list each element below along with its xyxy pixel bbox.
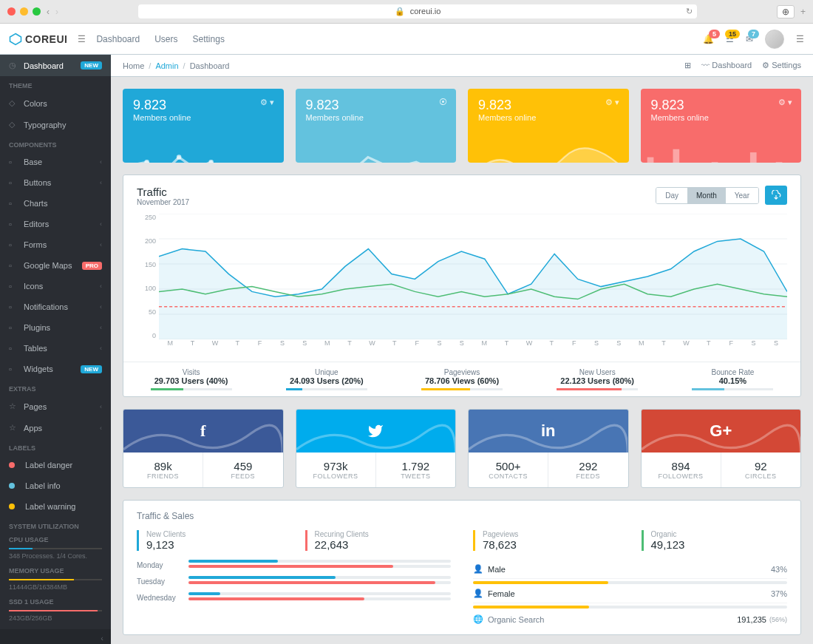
social-card-0: f 89kFRIENDS 459FEEDS — [123, 409, 284, 488]
sidebar-minimizer[interactable]: ‹ — [0, 629, 111, 644]
new-tab-button[interactable]: + — [800, 7, 806, 17]
download-button[interactable] — [765, 186, 787, 205]
source-pct: (56%) — [769, 616, 787, 623]
sidebar-item-tables[interactable]: ▫Tables‹ — [0, 338, 111, 359]
sidebar-item-apps[interactable]: ☆Apps‹ — [0, 417, 111, 438]
sales-stat-new-clients: New Clients9,123 — [137, 530, 283, 551]
stat-menu-icon[interactable]: ⚙ ▾ — [605, 98, 619, 107]
stat-value: 9.823 — [306, 98, 446, 113]
period-year[interactable]: Year — [726, 188, 758, 203]
breadcrumb-action-speed[interactable]: ⊞ — [684, 61, 691, 70]
nav-dashboard[interactable]: Dashboard — [96, 34, 140, 44]
sidebar-label-label-danger[interactable]: Label danger — [0, 455, 111, 475]
notifications-icon[interactable]: 🔔5 — [703, 34, 714, 44]
sidebar-item-typography[interactable]: ◇Typography — [0, 114, 111, 135]
sidebar-item-notifications[interactable]: ▫Notifications‹ — [0, 296, 111, 317]
stat-menu-icon[interactable]: ⦿ — [439, 98, 447, 106]
social-card-2: in 500+CONTACTS 292FEEDS — [468, 409, 629, 488]
sidebar-item-base[interactable]: ▫Base‹ — [0, 152, 111, 172]
traffic-footer-visits: Visits29.703 Users (40%) — [123, 362, 259, 396]
sidebar-section-labels: LABELS — [0, 438, 111, 455]
url-bar[interactable]: 🔒 coreui.io ↻ — [138, 4, 697, 18]
breadcrumb-home[interactable]: Home — [123, 61, 144, 70]
sidebar: ◷ Dashboard NEW THEME ◇Colors◇Typography… — [0, 55, 111, 644]
nav-settings[interactable]: Settings — [193, 34, 225, 44]
globe-icon: 🌐 — [473, 614, 488, 624]
sidebar-item-icons[interactable]: ▫Icons‹ — [0, 276, 111, 296]
sidebar-item-charts[interactable]: ▫Charts — [0, 193, 111, 214]
stat-cards-row: 9.823 Members online ⚙ ▾ 9.823 Members o… — [123, 89, 801, 163]
traffic-card: Traffic November 2017 DayMonthYear 25020… — [123, 174, 801, 397]
svg-marker-0 — [10, 33, 21, 44]
breadcrumb-action-settings[interactable]: ⚙ Settings — [762, 61, 801, 70]
sidebar-item-widgets[interactable]: ▫WidgetsNEW — [0, 359, 111, 379]
sidebar-item-dashboard[interactable]: ◷ Dashboard NEW — [0, 55, 111, 76]
gender-row-female: 👤Female37% — [473, 584, 787, 609]
close-window-icon[interactable] — [7, 7, 16, 16]
svg-rect-11 — [647, 157, 653, 163]
day-row-monday: Monday — [137, 560, 451, 570]
header-right: 🔔5 ☲15 ✉7 ☰ — [703, 30, 804, 49]
day-row-tuesday: Tuesday — [137, 576, 451, 586]
speedometer-icon: ◷ — [9, 61, 18, 70]
sparkline — [123, 133, 284, 163]
back-button[interactable]: ‹ — [47, 7, 50, 17]
avatar[interactable] — [765, 30, 784, 49]
url-text: coreui.io — [410, 7, 441, 16]
messages-icon[interactable]: ✉7 — [746, 34, 753, 44]
traffic-footer-new-users: New Users22.123 Users (80%) — [530, 362, 665, 396]
sidebar-section-extras: EXTRAS — [0, 379, 111, 396]
svg-rect-21 — [775, 162, 782, 163]
stat-value: 9.823 — [651, 98, 792, 113]
tasks-icon[interactable]: ☲15 — [726, 34, 734, 44]
stat-card-1: 9.823 Members online ⦿ — [296, 89, 457, 163]
social-icon: G+ — [710, 421, 732, 441]
svg-point-6 — [208, 160, 214, 163]
sidebar-item-plugins[interactable]: ▫Plugins‹ — [0, 317, 111, 338]
browser-chrome: ‹ › 🔒 coreui.io ↻ ⊕ + — [0, 0, 813, 24]
stat-menu-icon[interactable]: ⚙ ▾ — [260, 98, 274, 107]
svg-point-2 — [144, 160, 149, 163]
sales-stat-pageviews: Pageviews78,623 — [473, 530, 619, 551]
maximize-window-icon[interactable] — [33, 7, 41, 16]
traffic-subtitle: November 2017 — [137, 198, 189, 206]
period-month[interactable]: Month — [687, 188, 726, 203]
stat-value: 9.823 — [478, 98, 619, 113]
sales-stat-recuring-clients: Recuring Clients22,643 — [305, 530, 452, 551]
stat-menu-icon[interactable]: ⚙ ▾ — [778, 98, 792, 107]
sidebar-item-google-maps[interactable]: ▫Google MapsPRO — [0, 255, 111, 276]
reader-button[interactable]: ⊕ — [777, 5, 795, 18]
brand-text: COREUI — [25, 33, 67, 45]
period-day[interactable]: Day — [656, 188, 687, 203]
stat-card-2: 9.823 Members online ⚙ ▾ — [468, 89, 629, 163]
reload-icon[interactable]: ↻ — [686, 7, 693, 16]
cloud-download-icon — [771, 190, 781, 200]
sparkline — [641, 133, 802, 163]
stat-label: Members online — [478, 113, 619, 122]
day-row-wednesday: Wednesday — [137, 592, 451, 603]
sidebar-item-buttons[interactable]: ▫Buttons‹ — [0, 172, 111, 193]
breadcrumb-admin[interactable]: Admin — [155, 61, 178, 70]
breadcrumb-current: Dashboard — [190, 61, 230, 70]
traffic-sales-card: Traffic & Sales New Clients9,123Recuring… — [123, 500, 801, 635]
sidebar-label-label-info[interactable]: Label info — [0, 475, 111, 496]
social-icon: in — [541, 421, 556, 441]
breadcrumb-action-dashboard[interactable]: 〰 Dashboard — [701, 61, 752, 70]
stat-card-0: 9.823 Members online ⚙ ▾ — [123, 89, 284, 163]
sidebar-item-editors[interactable]: ▫Editors‹ — [0, 214, 111, 234]
nav-users[interactable]: Users — [154, 34, 177, 44]
sidebar-item-colors[interactable]: ◇Colors — [0, 92, 111, 114]
svg-rect-13 — [673, 149, 679, 163]
brand-logo[interactable]: COREUI — [9, 33, 67, 46]
sales-stat-organic: Organic49,123 — [642, 530, 788, 551]
sidebar-toggle-icon[interactable]: ☰ — [78, 34, 86, 44]
minimize-window-icon[interactable] — [20, 7, 28, 16]
sidebar-item-pages[interactable]: ☆Pages‹ — [0, 396, 111, 417]
svg-rect-19 — [749, 152, 756, 163]
sidebar-item-forms[interactable]: ▫Forms‹ — [0, 234, 111, 255]
social-icon — [367, 423, 384, 439]
social-card-1: 973kFOLLOWERS 1.792TWEETS — [296, 409, 457, 488]
sidebar-label-label-warning[interactable]: Label warning — [0, 496, 111, 517]
user-icon: 👤 — [473, 564, 488, 574]
aside-toggle-icon[interactable]: ☰ — [796, 34, 804, 44]
